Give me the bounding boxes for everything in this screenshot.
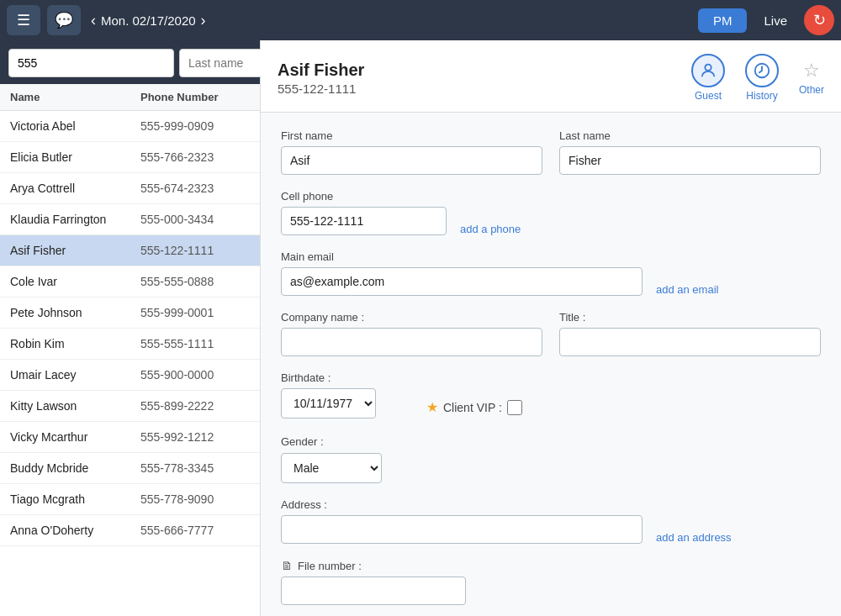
contact-row[interactable]: Arya Cottrell 555-674-2323 xyxy=(0,173,260,204)
vip-checkbox[interactable] xyxy=(507,400,522,415)
list-header: Name Phone Number xyxy=(0,84,260,111)
contact-name-cell: Pete Johnson xyxy=(10,306,140,319)
other-button[interactable]: ☆ Other xyxy=(799,60,824,96)
contact-phone-cell: 555-992-1212 xyxy=(140,430,250,444)
last-name-input[interactable] xyxy=(559,146,821,175)
contact-row[interactable]: Vicky Mcarthur 555-992-1212 xyxy=(0,422,260,453)
gender-label: Gender : xyxy=(281,435,324,448)
contact-row[interactable]: Buddy Mcbride 555-778-3345 xyxy=(0,453,260,484)
other-label: Other xyxy=(799,84,824,96)
contact-name-cell: Klaudia Farrington xyxy=(10,213,140,226)
history-label: History xyxy=(746,90,777,102)
nav-next-button[interactable]: › xyxy=(201,12,206,29)
live-button[interactable]: Live xyxy=(754,8,797,33)
birthdate-group: Birthdate : 10/11/1977 xyxy=(281,371,376,419)
contact-phone-cell: 555-900-0000 xyxy=(140,368,250,382)
contact-row[interactable]: Victoria Abel 555-999-0909 xyxy=(0,111,260,142)
history-icon xyxy=(745,54,779,87)
svg-point-0 xyxy=(705,65,711,71)
star-icon: ☆ xyxy=(803,60,820,82)
contact-phone: 555-122-1111 xyxy=(278,82,691,96)
col-name-header: Name xyxy=(10,91,140,103)
search-first-input[interactable] xyxy=(8,49,174,77)
file-number-label: File number : xyxy=(298,560,362,572)
vip-label: Client VIP : xyxy=(443,401,502,414)
contact-phone-cell: 555-666-7777 xyxy=(140,524,250,537)
contact-form: First name Last name Cell phone add a ph… xyxy=(261,113,841,616)
birthdate-label: Birthdate : xyxy=(281,371,376,384)
menu-button[interactable]: ☰ xyxy=(7,5,40,35)
contact-phone-cell: 555-999-0909 xyxy=(140,119,250,133)
phone-row: Cell phone add a phone xyxy=(281,190,821,235)
chat-button[interactable]: 💬 xyxy=(47,5,81,35)
contact-phone-cell: 555-766-2323 xyxy=(140,150,250,164)
guest-icon xyxy=(691,54,725,87)
contact-phone-cell: 555-674-2323 xyxy=(140,182,250,195)
birthdate-select[interactable]: 10/11/1977 xyxy=(281,388,376,419)
name-row: First name Last name xyxy=(281,129,821,175)
company-title-row: Company name : Title : xyxy=(281,311,821,356)
email-group: Main email xyxy=(281,250,643,296)
contact-row[interactable]: Anna O'Doherty 555-666-7777 xyxy=(0,515,260,546)
email-row: Main email add an email xyxy=(281,250,821,296)
file-number-input[interactable] xyxy=(281,577,466,605)
file-label-row: 🗎 File number : xyxy=(281,559,362,572)
contact-name-cell: Anna O'Doherty xyxy=(10,524,140,537)
birthdate-vip-row: Birthdate : 10/11/1977 ★ Client VIP : xyxy=(281,371,821,419)
date-display: Mon. 02/17/2020 xyxy=(101,13,196,28)
title-input[interactable] xyxy=(559,328,821,356)
contact-row[interactable]: Pete Johnson 555-999-0001 xyxy=(0,297,260,329)
refresh-button[interactable]: ↻ xyxy=(804,5,834,35)
vip-row: ★ Client VIP : xyxy=(426,399,522,415)
address-row: Address : add an address xyxy=(281,498,821,544)
contact-row[interactable]: Kitty Lawson 555-899-2222 xyxy=(0,391,260,422)
contact-name-cell: Arya Cottrell xyxy=(10,182,140,195)
address-label: Address : xyxy=(281,498,643,511)
contact-phone-cell: 555-555-0888 xyxy=(140,275,250,288)
title-label: Title : xyxy=(559,311,821,324)
contact-name-cell: Victoria Abel xyxy=(10,119,140,133)
contact-row[interactable]: Tiago Mcgrath 555-778-9090 xyxy=(0,484,260,515)
vip-star-icon: ★ xyxy=(426,399,438,415)
email-label: Main email xyxy=(281,250,643,263)
contact-name-cell: Kitty Lawson xyxy=(10,399,140,413)
contact-row[interactable]: Robin Kim 555-555-1111 xyxy=(0,329,260,360)
top-bar: ☰ 💬 ‹ Mon. 02/17/2020 › PM Live ↻ xyxy=(0,0,841,40)
right-panel: Asif Fisher 555-122-1111 Guest xyxy=(261,40,841,616)
cell-phone-label: Cell phone xyxy=(281,190,447,203)
contact-name-cell: Tiago Mcgrath xyxy=(10,492,140,506)
gender-select[interactable]: Male Female Other Prefer not to say xyxy=(281,453,382,483)
guest-button[interactable]: Guest xyxy=(691,54,725,102)
last-name-group: Last name xyxy=(559,129,821,175)
cell-phone-input[interactable] xyxy=(281,207,447,235)
address-group: Address : xyxy=(281,498,643,544)
first-name-input[interactable] xyxy=(281,146,542,175)
contact-row[interactable]: Umair Lacey 555-900-0000 xyxy=(0,360,260,391)
email-input[interactable] xyxy=(281,267,643,296)
history-button[interactable]: History xyxy=(745,54,779,102)
contact-row[interactable]: Klaudia Farrington 555-000-3434 xyxy=(0,204,260,235)
address-input[interactable] xyxy=(281,515,643,544)
add-phone-link[interactable]: add a phone xyxy=(460,223,521,235)
contact-phone-cell: 555-899-2222 xyxy=(140,399,250,413)
contact-row[interactable]: Cole Ivar 555-555-0888 xyxy=(0,266,260,297)
contact-name-cell: Umair Lacey xyxy=(10,368,140,382)
cell-phone-group: Cell phone xyxy=(281,190,447,235)
add-email-link[interactable]: add an email xyxy=(656,283,718,296)
contact-name-cell: Elicia Butler xyxy=(10,150,140,164)
contact-row[interactable]: Elicia Butler 555-766-2323 xyxy=(0,142,260,173)
gender-section: Gender : Male Female Other Prefer not to… xyxy=(281,434,821,483)
guest-label: Guest xyxy=(695,90,722,102)
contact-header: Asif Fisher 555-122-1111 Guest xyxy=(261,40,841,113)
nav-prev-button[interactable]: ‹ xyxy=(91,12,96,29)
contact-phone-cell: 555-122-1111 xyxy=(140,244,250,257)
contact-row[interactable]: Asif Fisher 555-122-1111 xyxy=(0,235,260,266)
company-label: Company name : xyxy=(281,311,542,324)
add-address-link[interactable]: add an address xyxy=(656,531,732,544)
title-group: Title : xyxy=(559,311,821,356)
first-name-label: First name xyxy=(281,129,542,142)
company-input[interactable] xyxy=(281,328,542,356)
last-name-label: Last name xyxy=(559,129,821,142)
pm-button[interactable]: PM xyxy=(698,8,748,33)
contact-phone-cell: 555-000-3434 xyxy=(140,213,250,226)
